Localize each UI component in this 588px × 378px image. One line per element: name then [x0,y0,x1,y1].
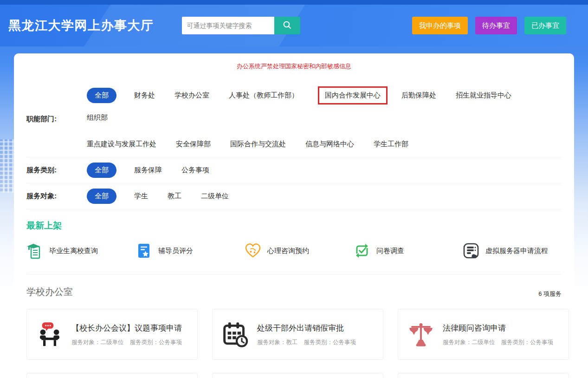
service-target-value: 二级单位 [101,339,124,345]
main-panel: 办公系统严禁处理国家秘密和内部敏感信息 职能部门:全部财务处学校办公室人事处（教… [14,53,574,378]
filter-label: 服务类别: [26,166,87,175]
filter-option-selected[interactable]: 全部 [87,88,116,103]
header-buttons: 我申办的事项待办事宜已办事宜 [412,17,566,34]
filter-row: 服务类别:全部服务保障公务事项 [26,157,562,183]
filter-section: 职能部门:全部财务处学校办公室人事处（教师工作部）国内合作发展中心后勤保障处招生… [26,81,562,209]
latest-item-label: 心理咨询预约 [267,247,309,255]
card-meta: 服务对象：二级单位服务类别：公务事项 [443,339,559,346]
latest-item-label: 问卷调查 [376,247,404,255]
latest-item[interactable]: 问卷调查 [354,242,463,259]
card-title: 处级干部外出请销假审批 [257,323,362,333]
service-card[interactable]: 二级单位主办承办大型活动审批服务对象：二级单位服务类别：公务事项 [398,373,569,378]
service-target-value: 二级单位 [472,339,495,345]
survey-check-icon [354,242,370,259]
filter-option[interactable]: 财务处 [134,88,155,103]
department-section-head: 学校办公室 6 项服务 [26,286,562,298]
filter-option[interactable]: 组织部 [87,110,108,125]
header-button[interactable]: 待办事宜 [475,17,517,34]
card-text: 处级干部外出请销假审批服务对象：教工服务类别：公务事项 [257,323,362,346]
filter-options: 全部学生教工二级单位 [87,189,562,204]
service-card[interactable]: 会议室申请服务对象：二级单位服务类别：公务事项 [26,373,198,378]
filter-option[interactable]: 公务事项 [181,163,209,178]
header-button[interactable]: 我申办的事项 [412,17,468,34]
filter-option[interactable]: 服务保障 [134,163,162,178]
filter-option[interactable]: 学校办公室 [174,88,209,103]
filter-option[interactable]: 后勤保障处 [401,88,436,103]
card-text: 【校长办公会议】议题事项申请服务对象：二级单位服务类别：公务事项 [71,323,188,346]
filter-row: 服务对象:全部学生教工二级单位 [26,183,562,209]
department-title: 学校办公室 [26,286,73,298]
card-text: 法律顾问咨询申请服务对象：二级单位服务类别：公务事项 [443,323,559,346]
filter-option[interactable]: 重点建设与发展工作处 [87,137,156,152]
service-category-label: 服务类别： [501,339,530,345]
building-watermark [0,139,14,193]
scales-icon [407,321,434,348]
latest-item[interactable]: 心理咨询预约 [245,242,354,259]
latest-item[interactable]: 毕业生离校查询 [26,242,136,259]
latest-heading: 最新上架 [26,220,562,232]
filter-label: 职能部门: [26,115,87,124]
card-title: 法律顾问咨询申请 [443,323,559,333]
filter-option-selected[interactable]: 全部 [87,189,116,204]
filter-option-selected[interactable]: 全部 [87,163,116,178]
filter-option[interactable]: 学生 [134,189,148,204]
header: 黑龙江大学网上办事大厅 我申办的事项待办事宜已办事宜 [0,5,588,46]
filter-option[interactable]: 安全保障部 [176,137,211,152]
search-icon [282,20,292,31]
security-notice: 办公系统严禁处理国家秘密和内部敏感信息 [26,53,562,71]
service-category-value: 公务事项 [159,339,182,345]
filter-option[interactable]: 人事处（教师工作部） [229,88,298,103]
latest-item-label: 毕业生离校查询 [49,247,98,255]
search-input[interactable] [182,17,274,34]
filter-option-highlighted[interactable]: 国内合作发展中心 [318,86,388,104]
top-strip [0,0,588,5]
latest-item-label: 辅导员评分 [158,247,193,255]
server-icon [463,242,479,259]
site-title: 黑龙江大学网上办事大厅 [8,17,154,34]
filter-option[interactable]: 信息与网络中心 [305,137,354,152]
filter-options: 全部财务处学校办公室人事处（教师工作部）国内合作发展中心后勤保障处招生就业指导中… [87,86,562,152]
page: 黑龙江大学网上办事大厅 我申办的事项待办事宜已办事宜 办公系统严禁处理国家秘密和… [0,0,588,378]
service-count: 6 项服务 [538,290,562,298]
service-category-value: 公务事项 [530,339,553,345]
service-card[interactable]: 印章使用申请服务对象：二级单位服务类别：公务事项 [212,373,383,378]
meeting-icon [36,321,63,348]
card-meta: 服务对象：二级单位服务类别：公务事项 [71,339,188,346]
latest-item[interactable]: 辅导员评分 [136,242,245,259]
filter-option[interactable]: 二级单位 [201,189,229,204]
card-meta: 服务对象：教工服务类别：公务事项 [257,339,362,346]
graduate-document-icon [26,242,43,259]
filter-row: 职能部门:全部财务处学校办公室人事处（教师工作部）国内合作发展中心后勤保障处招生… [26,81,562,157]
filter-option[interactable]: 国际合作与交流处 [230,137,286,152]
rating-card-icon [136,242,152,259]
latest-item-label: 虚拟服务器申请流程 [485,247,548,255]
filter-options: 全部服务保障公务事项 [87,163,562,178]
service-category-label: 服务类别： [130,339,159,345]
service-target-label: 服务对象： [443,339,472,345]
search-button[interactable] [274,17,300,34]
filter-option[interactable]: 学生工作部 [374,137,408,152]
latest-item[interactable]: 虚拟服务器申请流程 [463,242,548,259]
service-card[interactable]: 处级干部外出请销假审批服务对象：教工服务类别：公务事项 [212,309,383,360]
header-button[interactable]: 已办事宜 [524,17,566,34]
service-target-label: 服务对象： [257,339,286,345]
service-target-label: 服务对象： [71,339,101,345]
service-category-value: 公务事项 [333,339,356,345]
heart-counseling-icon [245,242,261,259]
service-card[interactable]: 法律顾问咨询申请服务对象：二级单位服务类别：公务事项 [398,309,569,360]
filter-option[interactable]: 教工 [168,189,181,204]
service-category-label: 服务类别： [304,339,333,345]
filter-option[interactable]: 招生就业指导中心 [456,88,511,103]
filter-label: 服务对象: [26,192,87,201]
search-group [182,17,300,34]
latest-items-row: 毕业生离校查询辅导员评分心理咨询预约问卷调查虚拟服务器申请流程 [26,242,562,274]
service-cards-grid: 【校长办公会议】议题事项申请服务对象：二级单位服务类别：公务事项处级干部外出请销… [26,309,562,378]
card-title: 【校长办公会议】议题事项申请 [71,323,188,333]
calendar-clock-icon [222,321,249,348]
service-target-value: 教工 [286,339,298,345]
service-card[interactable]: 【校长办公会议】议题事项申请服务对象：二级单位服务类别：公务事项 [26,309,198,360]
